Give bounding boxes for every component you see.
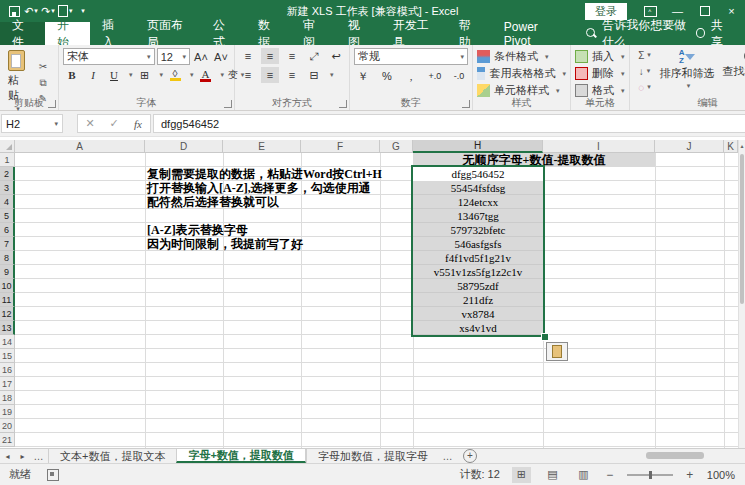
share-button[interactable]: 共享 (696, 22, 745, 45)
font-size-select[interactable]: 12▾ (157, 48, 190, 65)
tab-formulas[interactable]: 公式 (201, 22, 246, 45)
row-header-12[interactable]: 12 (0, 307, 15, 321)
column-header-K[interactable]: K (724, 140, 738, 153)
save-icon[interactable] (7, 3, 21, 19)
align-top-icon[interactable]: ≡ (239, 48, 257, 64)
undo-icon[interactable]: ↶▾ (24, 3, 38, 19)
cut-icon[interactable]: ✂ (32, 60, 54, 74)
fill-handle[interactable] (541, 333, 549, 341)
redo-icon[interactable]: ↷▾ (41, 3, 55, 19)
row-header-3[interactable]: 3 (0, 181, 15, 195)
sort-filter-button[interactable]: AZ 排序和筛选 ▾ (656, 48, 719, 91)
row-header-14[interactable]: 14 (0, 335, 15, 349)
align-bottom-icon[interactable]: ≡ (283, 48, 301, 64)
autosum-icon[interactable]: Σ▾ (634, 48, 656, 62)
print-preview-icon[interactable]: ▾ (58, 3, 73, 19)
column-header-E[interactable]: E (223, 140, 301, 153)
row-header-6[interactable]: 6 (0, 223, 15, 237)
borders-caret-icon[interactable]: ▾ (160, 71, 164, 79)
row-header-19[interactable]: 19 (0, 405, 15, 419)
fill-color-icon[interactable]: 变◊ (166, 67, 184, 83)
comma-format-icon[interactable]: , (402, 68, 420, 84)
bold-button[interactable]: B (63, 67, 81, 83)
currency-format-icon[interactable]: ￥ (354, 68, 372, 84)
row-header-11[interactable]: 11 (0, 293, 15, 307)
merge-caret-icon[interactable]: ▾ (330, 71, 334, 79)
font-name-select[interactable]: 宋体▾ (63, 48, 155, 65)
column-header-G[interactable]: G (380, 140, 413, 153)
fill-color-caret-icon[interactable]: ▾ (190, 71, 194, 79)
clear-icon[interactable]: ◌▾ (634, 80, 656, 94)
orientation-icon[interactable]: ⤢ (305, 48, 323, 64)
row-header-20[interactable]: 20 (0, 419, 15, 433)
decrease-decimal-icon[interactable]: -.0 (450, 68, 468, 84)
row-header-1[interactable]: 1 (0, 153, 15, 167)
delete-cells-button[interactable]: 删除▾ (575, 65, 625, 82)
row-header-15[interactable]: 15 (0, 349, 15, 363)
worksheet-grid[interactable]: 复制需要提取的数据，粘贴进Word按Ctrl+H 打开替换输入[A-Z],选择更… (15, 153, 738, 448)
tab-help[interactable]: 帮助 (447, 22, 492, 45)
tab-page-layout[interactable]: 页面布局 (135, 22, 201, 45)
row-header-18[interactable]: 18 (0, 391, 15, 405)
row-header-5[interactable]: 5 (0, 209, 15, 223)
name-box[interactable]: H2▾ (1, 114, 63, 133)
vertical-scrollbar[interactable]: ▴ (738, 140, 745, 448)
row-header-10[interactable]: 10 (0, 279, 15, 293)
minimize-button[interactable]: — (664, 0, 691, 22)
close-button[interactable]: × (718, 0, 745, 22)
merge-center-icon[interactable]: ⊟ (305, 67, 323, 83)
align-center-icon[interactable]: ≡ (261, 67, 279, 83)
macro-record-icon[interactable] (47, 469, 59, 481)
column-header-J[interactable]: J (655, 140, 724, 153)
column-header-H[interactable]: H (413, 140, 543, 153)
sheet-tab-number-extract-active[interactable]: 字母+数值，提取数值 (176, 449, 305, 463)
conditional-formatting-button[interactable]: 条件格式▾ (477, 48, 566, 65)
sheet-tab-text-extract[interactable]: 文本+数值，提取文本 (48, 449, 176, 463)
align-middle-icon[interactable]: ≡ (261, 48, 279, 64)
enter-formula-icon[interactable]: ✓ (102, 117, 126, 130)
underline-button[interactable]: U (105, 67, 123, 83)
copy-icon[interactable]: ⧉ (32, 76, 54, 90)
zoom-in-icon[interactable]: + (685, 468, 695, 482)
align-left-icon[interactable]: ≡ (239, 67, 257, 83)
row-header-17[interactable]: 17 (0, 377, 15, 391)
clipboard-dialog-launcher[interactable] (48, 100, 56, 108)
row-header-8[interactable]: 8 (0, 251, 15, 265)
tell-me-box[interactable]: 告诉我你想要做什么 (586, 22, 696, 45)
zoom-slider-thumb[interactable] (649, 471, 652, 479)
cancel-formula-icon[interactable]: ✕ (78, 117, 102, 130)
font-dialog-launcher[interactable] (224, 100, 232, 108)
insert-function-icon[interactable]: fx (126, 118, 150, 130)
view-page-layout-icon[interactable]: ▤ (543, 467, 562, 483)
row-header-13[interactable]: 13 (0, 321, 15, 335)
format-as-table-button[interactable]: 套用表格格式▾ (477, 65, 566, 82)
tab-review[interactable]: 审阅 (291, 22, 336, 45)
tab-home[interactable]: 开始 (45, 22, 90, 45)
increase-font-icon[interactable]: A˄ (192, 49, 210, 65)
sheet-next-icon[interactable]: ▸ (15, 449, 30, 463)
underline-caret-icon[interactable]: ▾ (129, 71, 133, 79)
decrease-font-icon[interactable]: A˅ (212, 49, 230, 65)
sign-in-button[interactable]: 登录 (585, 3, 627, 20)
view-page-break-icon[interactable]: ▥ (574, 467, 593, 483)
customize-qat-icon[interactable]: ▾ (76, 3, 90, 19)
column-header-F[interactable]: F (301, 140, 380, 153)
find-select-button[interactable]: 查找和选择 ▾ (719, 48, 745, 89)
view-normal-icon[interactable]: ⊞ (512, 467, 531, 483)
borders-icon[interactable]: ⊞ (136, 67, 154, 83)
row-header-9[interactable]: 9 (0, 265, 15, 279)
zoom-slider[interactable] (627, 474, 673, 476)
fill-icon[interactable]: ↓▾ (634, 64, 656, 78)
zoom-level-label[interactable]: 100% (707, 469, 735, 481)
row-header-21[interactable]: 21 (0, 433, 15, 447)
wrap-text-icon[interactable]: ↩ (327, 48, 345, 64)
select-all-corner[interactable] (0, 140, 15, 153)
tab-data[interactable]: 数据 (246, 22, 291, 45)
tab-power-pivot[interactable]: Power Pivot (492, 22, 572, 45)
italic-button[interactable]: I (84, 67, 102, 83)
zoom-out-icon[interactable]: − (605, 468, 615, 482)
formula-input[interactable]: dfgg546452 (153, 114, 745, 133)
tab-insert[interactable]: 插入 (90, 22, 135, 45)
horizontal-scroll-thumb[interactable] (646, 452, 704, 459)
horizontal-scrollbar[interactable] (642, 450, 738, 461)
